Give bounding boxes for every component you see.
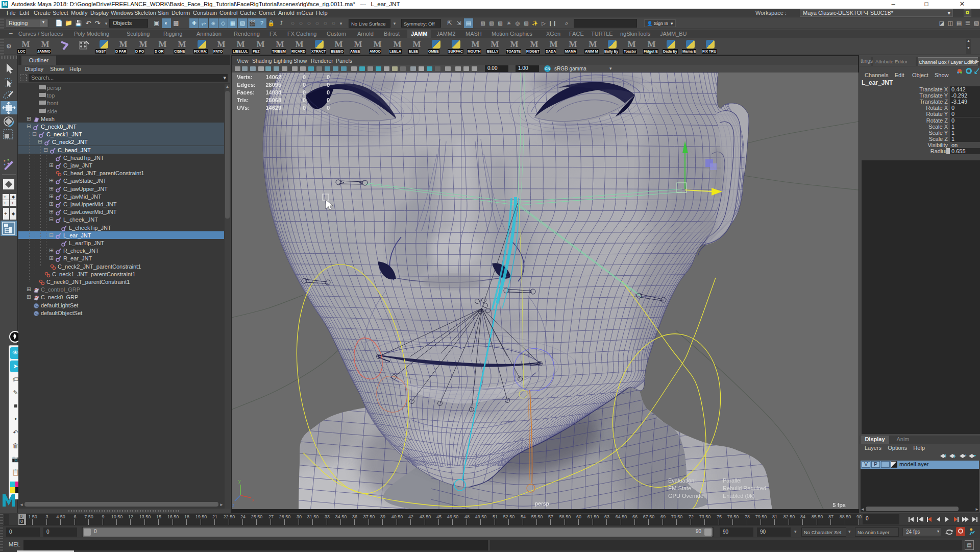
svg-text:x: x bbox=[252, 497, 255, 502]
svg-text:persp: persp bbox=[535, 500, 549, 507]
svg-text:Enabled (0k): Enabled (0k) bbox=[723, 493, 754, 499]
svg-text:z: z bbox=[232, 502, 235, 508]
svg-text:14629: 14629 bbox=[265, 105, 281, 111]
svg-text:0: 0 bbox=[327, 82, 330, 88]
svg-text:0: 0 bbox=[327, 97, 330, 103]
svg-text:◆: ◆ bbox=[12, 195, 15, 199]
svg-text:Verts:: Verts: bbox=[237, 74, 253, 80]
svg-text:Evaluation:: Evaluation: bbox=[668, 477, 696, 484]
svg-text:EM State:: EM State: bbox=[668, 485, 693, 491]
svg-text:28095: 28095 bbox=[265, 82, 281, 88]
svg-text:+: + bbox=[4, 201, 6, 206]
svg-text:0: 0 bbox=[327, 105, 330, 111]
svg-text:0: 0 bbox=[303, 97, 306, 103]
svg-text:+: + bbox=[965, 453, 967, 457]
svg-text:14034: 14034 bbox=[265, 89, 281, 95]
svg-text:◆: ◆ bbox=[12, 211, 15, 216]
svg-text:0: 0 bbox=[303, 89, 306, 95]
svg-text:+: + bbox=[11, 201, 14, 206]
svg-text:0: 0 bbox=[327, 74, 330, 80]
svg-text:0: 0 bbox=[303, 82, 306, 88]
svg-text:●: ● bbox=[974, 453, 976, 457]
svg-text:+: + bbox=[4, 195, 6, 200]
svg-text:UVs:: UVs: bbox=[237, 105, 250, 111]
svg-text:GPU Override:: GPU Override: bbox=[668, 493, 705, 499]
svg-text:0: 0 bbox=[327, 89, 330, 95]
svg-text:5 fps: 5 fps bbox=[832, 502, 846, 508]
svg-text:0: 0 bbox=[303, 105, 306, 111]
svg-text:+: + bbox=[4, 211, 7, 217]
svg-text:14062: 14062 bbox=[265, 74, 281, 80]
svg-text:y: y bbox=[238, 478, 241, 484]
svg-text:Edges:: Edges: bbox=[237, 82, 256, 88]
svg-text:Faces:: Faces: bbox=[237, 89, 255, 95]
svg-text:Tris:: Tris: bbox=[237, 97, 249, 103]
svg-text:28068: 28068 bbox=[265, 97, 281, 103]
svg-text:0: 0 bbox=[303, 74, 306, 80]
svg-text:Parallel: Parallel bbox=[723, 477, 742, 484]
svg-text:Rebuild Required: Rebuild Required bbox=[723, 485, 766, 491]
